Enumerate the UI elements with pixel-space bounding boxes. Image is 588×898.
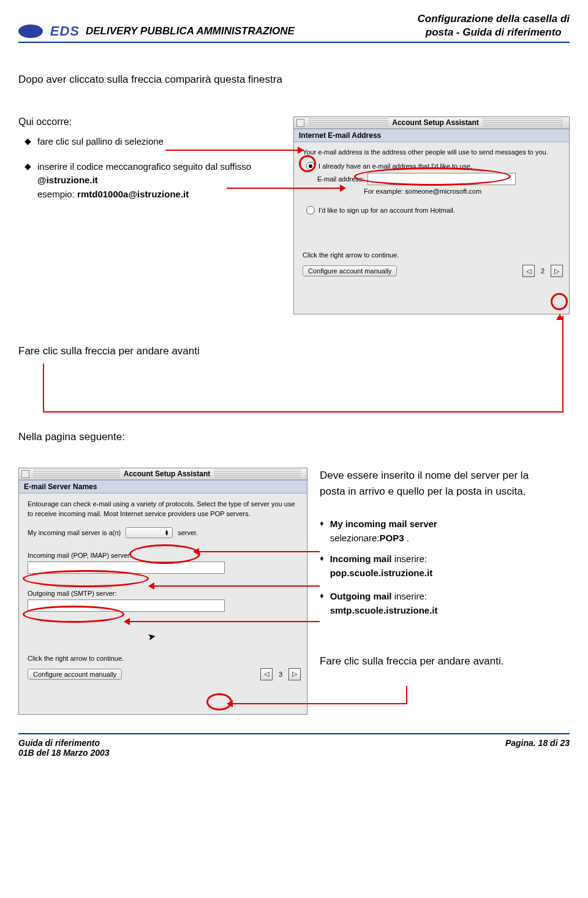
footer-left: Guida di riferimento 01B del 18 Marzo 20… <box>18 738 110 758</box>
configure-manually-button[interactable]: Configure account manually <box>28 669 122 680</box>
intro-text: Dopo aver cliccato sulla freccia compari… <box>18 74 570 86</box>
annotation-arrowhead <box>340 185 346 192</box>
bullet-item: ♦ Outgoing mail inserire: smtp.scuole.is… <box>320 590 552 617</box>
diamond-bullet-icon: ◆ <box>24 135 31 149</box>
server-names-window: Account Setup Assistant E-mail Server Na… <box>18 468 307 715</box>
email-field-label: E-mail address: <box>317 175 364 183</box>
bullet-text: Outgoing mail inserire: smtp.scuole.istr… <box>330 590 438 617</box>
click-hint: Click the right arrow to continue. <box>303 251 563 259</box>
diamond-bullet-icon: ♦ <box>320 517 324 545</box>
next-page-label: Nella pagina seguente: <box>18 431 570 443</box>
account-setup-window: Account Setup Assistant Internet E-mail … <box>293 116 570 314</box>
footer-right: Pagina. 18 di 23 <box>505 738 570 758</box>
page-footer: Guida di riferimento 01B del 18 Marzo 20… <box>18 733 570 758</box>
page-header: EDS EDS DELIVERY PUBBLICA AMMINISTRAZION… <box>18 12 570 43</box>
header-right-title: Configurazione della casella di posta - … <box>418 12 570 39</box>
bullet-item: ◆ inserire il codice meccanografico segu… <box>24 160 281 202</box>
diamond-bullet-icon: ◆ <box>24 160 31 202</box>
server-type-dropdown[interactable]: ▴▾ <box>126 527 173 538</box>
wizard-page-number: 2 <box>538 267 547 275</box>
dropdown-arrow-icon: ▴▾ <box>165 530 168 535</box>
bullet-item: ◆ fare clic sul pallino di selezione <box>24 135 281 149</box>
qui-occorre-label: Qui occorre: <box>18 116 281 127</box>
annotation-line <box>227 188 343 189</box>
diamond-bullet-icon: ♦ <box>320 590 324 617</box>
annotation-line <box>230 703 407 704</box>
header-left-title: DELIVERY PUBBLICA AMMINISTRAZIONE <box>86 25 295 37</box>
wizard-next-button[interactable]: ▷ <box>288 668 301 680</box>
annotation-arrowhead <box>556 314 564 320</box>
wizard-back-button[interactable]: ◁ <box>260 668 273 680</box>
fare-clic-text: Fare clic sulla freccia per andare avant… <box>18 345 200 357</box>
click-hint: Click the right arrow to continue. <box>28 655 301 662</box>
wizard-page-number: 3 <box>276 671 285 678</box>
window-subheader: Internet E-mail Address <box>294 129 569 142</box>
configure-manually-button[interactable]: Configure account manually <box>303 265 397 276</box>
window-title: Account Setup Assistant <box>124 470 211 478</box>
diamond-bullet-icon: ♦ <box>320 552 324 580</box>
mouse-cursor-icon: ➤ <box>146 630 156 643</box>
annotation-line <box>562 316 564 413</box>
annotation-line <box>43 411 564 413</box>
bullet-item: ♦ Incoming mail inserire: pop.scuole.ist… <box>320 552 552 580</box>
annotation-arrowhead <box>193 548 199 555</box>
radio-icon[interactable] <box>306 206 315 215</box>
annotation-line <box>165 150 300 151</box>
annotation-line <box>406 686 407 704</box>
bullet-text: My incoming mail server selezionare:POP3… <box>330 517 437 545</box>
note-server-names: Deve essere inserito il nome del server … <box>320 468 552 499</box>
incoming-mail-input[interactable] <box>28 561 225 574</box>
annotation-arrowhead <box>227 700 233 707</box>
annotation-line <box>152 585 320 587</box>
logo-text-outer: EDS <box>50 23 80 39</box>
outgoing-mail-label: Outgoing mail (SMTP) server: <box>28 590 301 597</box>
example-text: For example: someone@microsoft.com <box>364 188 563 195</box>
radio-use-existing[interactable]: I already have an e-mail address that I'… <box>306 162 563 170</box>
logo: EDS EDS <box>18 23 80 39</box>
email-address-input[interactable] <box>368 173 516 185</box>
radio-icon[interactable] <box>306 162 315 170</box>
window-title: Account Setup Assistant <box>392 118 479 127</box>
window-close-button[interactable] <box>296 119 304 127</box>
window-close-button[interactable] <box>21 470 29 478</box>
annotation-line <box>127 621 320 622</box>
radio-hotmail[interactable]: I'd like to sign up for an account from … <box>306 206 563 215</box>
outgoing-mail-input[interactable] <box>28 599 225 612</box>
annotation-line <box>196 551 320 552</box>
wizard-next-button[interactable]: ▷ <box>551 265 563 277</box>
annotation-arrowhead <box>298 146 304 154</box>
final-note: Fare clic sulla freccia per andare avant… <box>320 655 552 668</box>
incoming-server-type-row: My incoming mail server is a(n) ▴▾ serve… <box>28 527 301 538</box>
wizard-description: Your e-mail address is the address other… <box>303 148 563 156</box>
wizard-description: Entourage can check e-mail using a varie… <box>28 500 301 519</box>
bullet-text: Incoming mail inserire: pop.scuole.istru… <box>330 552 433 580</box>
wizard-back-button[interactable]: ◁ <box>522 265 535 277</box>
bullet-text: inserire il codice meccanografico seguit… <box>37 160 281 202</box>
annotation-arrowhead <box>148 582 154 590</box>
annotation-arrowhead <box>124 618 130 625</box>
incoming-mail-label: Incoming mail (POP, IMAP) server: <box>28 552 301 559</box>
annotation-line <box>43 363 44 413</box>
window-subheader: E-mail Server Names <box>19 480 307 493</box>
bullet-text: fare clic sul pallino di selezione <box>37 135 164 149</box>
bullet-item: ♦ My incoming mail server selezionare:PO… <box>320 517 552 545</box>
